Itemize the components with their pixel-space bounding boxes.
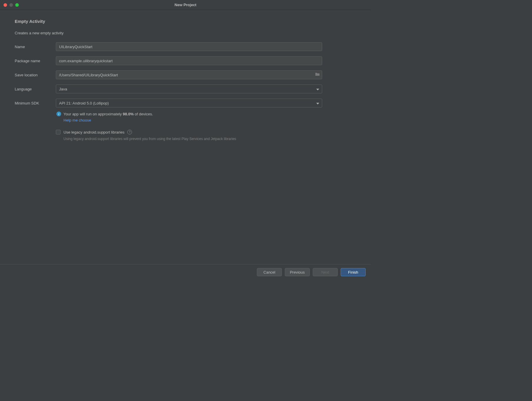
- hint-legacy-libraries: Using legacy android.support libraries w…: [63, 136, 269, 141]
- traffic-lights: [4, 3, 19, 7]
- label-name: Name: [15, 45, 56, 49]
- dialog-window: New Project Empty Activity Creates a new…: [0, 0, 371, 280]
- select-language[interactable]: Java: [56, 85, 322, 93]
- cancel-button[interactable]: Cancel: [257, 268, 282, 276]
- page-heading: Empty Activity: [15, 19, 356, 24]
- min-sdk-info: i Your app will run on approximately 98.…: [56, 112, 322, 123]
- label-package: Package name: [15, 59, 56, 63]
- close-window-button[interactable]: [4, 3, 7, 7]
- label-legacy-libraries: Use legacy android.support libraries: [63, 130, 124, 134]
- row-legacy-libraries: Use legacy android.support libraries ?: [56, 130, 322, 134]
- checkbox-legacy-libraries[interactable]: [56, 130, 61, 134]
- dialog-content: Empty Activity Creates a new empty activ…: [0, 10, 371, 264]
- dialog-footer: Cancel Previous Next Finish: [0, 264, 371, 280]
- browse-folder-icon[interactable]: [315, 72, 320, 77]
- page-subheading: Creates a new empty activity: [15, 31, 356, 35]
- info-icon: i: [56, 112, 61, 116]
- row-min-sdk: Minimum SDK API 21: Android 5.0 (Lollipo…: [15, 99, 356, 107]
- titlebar: New Project: [0, 0, 371, 10]
- maximize-window-button[interactable]: [15, 3, 19, 7]
- minimize-window-button[interactable]: [9, 3, 13, 7]
- finish-button[interactable]: Finish: [341, 268, 366, 276]
- window-title: New Project: [175, 3, 196, 7]
- previous-button[interactable]: Previous: [285, 268, 310, 276]
- select-min-sdk[interactable]: API 21: Android 5.0 (Lollipop): [56, 99, 322, 107]
- input-name[interactable]: [56, 42, 322, 51]
- row-package: Package name: [15, 56, 356, 65]
- row-name: Name: [15, 42, 356, 51]
- info-text: Your app will run on approximately 98.0%…: [63, 112, 153, 116]
- help-me-choose-link[interactable]: Help me choose: [63, 118, 91, 122]
- input-save-location[interactable]: [56, 70, 322, 79]
- next-button[interactable]: Next: [313, 268, 338, 276]
- input-package[interactable]: [56, 56, 322, 65]
- label-min-sdk: Minimum SDK: [15, 101, 56, 105]
- label-save-location: Save location: [15, 73, 56, 77]
- row-language: Language Java: [15, 85, 356, 93]
- label-language: Language: [15, 87, 56, 91]
- row-save-location: Save location: [15, 70, 356, 79]
- help-icon[interactable]: ?: [127, 130, 132, 134]
